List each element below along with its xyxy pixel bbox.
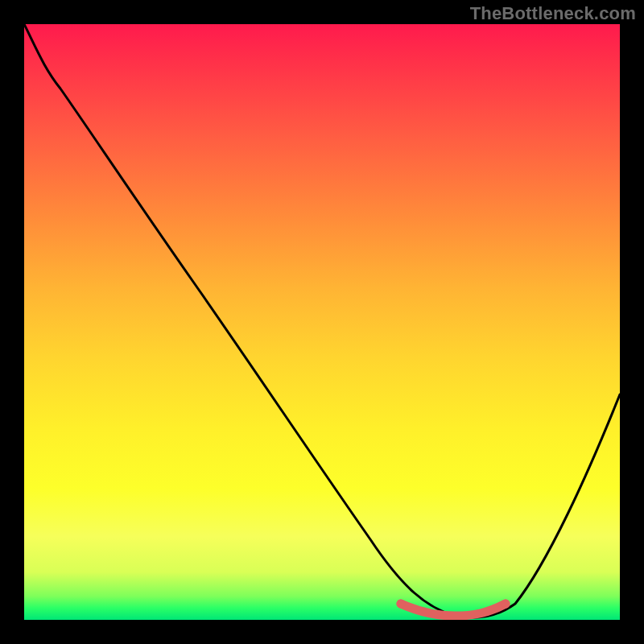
line-chart-svg: [24, 24, 620, 620]
chart-frame: TheBottleneck.com: [0, 0, 644, 644]
highlight-end-dot-left: [397, 600, 406, 609]
optimal-range-highlight: [401, 604, 506, 616]
watermark-text: TheBottleneck.com: [470, 3, 636, 24]
highlight-end-dot-right: [502, 600, 510, 609]
plot-area: [24, 24, 620, 620]
bottleneck-curve-path: [24, 24, 620, 617]
